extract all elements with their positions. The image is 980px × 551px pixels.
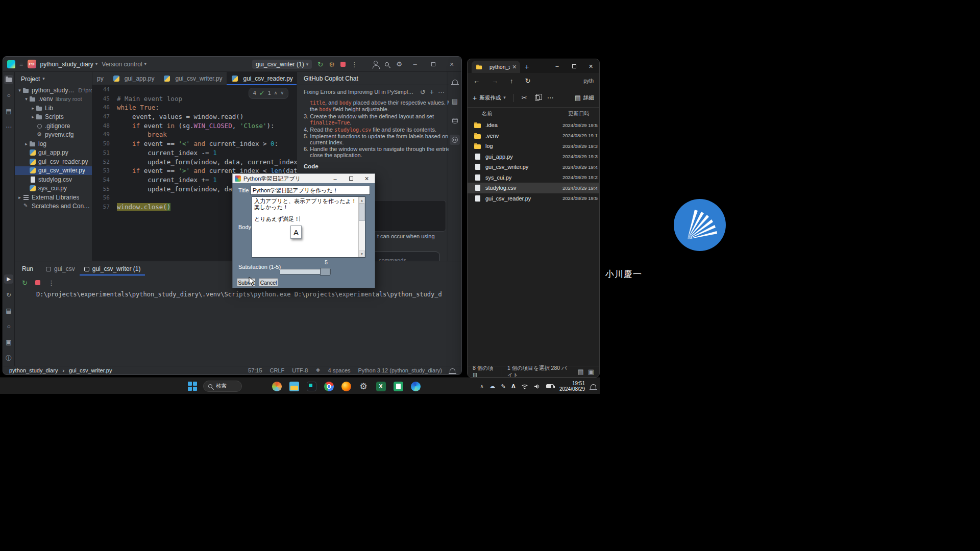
line-separator[interactable]: CRLF [270, 367, 285, 373]
volume-icon[interactable] [534, 384, 541, 389]
copy-icon[interactable] [535, 95, 540, 101]
run-settings-icon[interactable] [329, 61, 335, 68]
taskbar-app-firefox[interactable] [340, 380, 352, 392]
settings-gear-icon[interactable] [396, 61, 402, 67]
pen-icon[interactable] [501, 384, 505, 389]
pycharm-logo-icon[interactable] [7, 60, 15, 68]
chevron-right-icon[interactable]: ▸ [30, 114, 36, 119]
onedrive-cloud-icon[interactable] [489, 383, 495, 389]
file-encoding[interactable]: UTF-8 [292, 367, 308, 373]
taskbar-search[interactable]: 検索 [203, 381, 242, 392]
history-icon[interactable] [420, 89, 426, 95]
body-textarea[interactable]: 入力アプリと、表示アプリを作ったよ！楽しかった！とりあえず満足！ ▲ ▼ [252, 196, 365, 258]
chevron-right-icon[interactable]: ▸ [30, 106, 36, 111]
close-tab-icon[interactable] [512, 63, 517, 70]
forward-icon[interactable] [492, 78, 498, 84]
terminal-tool-icon[interactable] [4, 338, 13, 347]
prev-issue-icon[interactable] [274, 91, 278, 95]
tree-item-External Libraries[interactable]: ▸External Libraries [15, 193, 92, 202]
dialog-minimize-button[interactable] [327, 174, 343, 183]
indent-style[interactable]: 4 spaces [328, 367, 350, 373]
breadcrumb[interactable]: python_study_diary gui_csv_writer.py [9, 367, 112, 373]
tree-item-.gitignore[interactable]: .gitignore [15, 121, 92, 131]
list-view-icon[interactable] [577, 368, 583, 375]
title-input[interactable]: Python学習日記アプリを作った！ [251, 186, 370, 195]
python-console-icon[interactable] [4, 322, 13, 331]
main-menu-icon[interactable] [19, 61, 23, 67]
problems-tool-icon[interactable] [4, 354, 13, 363]
taskbar-app-pycharm[interactable] [305, 380, 317, 392]
taskbar-app-chrome[interactable] [323, 380, 335, 392]
commit-tool-icon[interactable] [4, 91, 13, 100]
editor-tab-gui_app.py[interactable]: gui_app.py [108, 72, 159, 85]
ime-mode-icon[interactable]: A [511, 383, 516, 389]
address-bar[interactable]: pyth [583, 78, 594, 84]
new-chat-icon[interactable] [430, 88, 434, 95]
notifications-bell-icon[interactable] [450, 77, 460, 87]
editor-tab-gui_csv_writer.py[interactable]: gui_csv_writer.py [159, 72, 227, 85]
chevron-down-icon[interactable]: ▾ [17, 88, 22, 93]
editor-tab-py[interactable]: py [92, 72, 108, 85]
file-row-log[interactable]: log2024/08/29 19:37 [468, 141, 599, 152]
file-row-gui_app.py[interactable]: gui_app.py2024/08/29 19:39 [468, 152, 599, 162]
more-tools-icon[interactable] [4, 122, 13, 132]
project-name-menu[interactable]: python_study_diary [40, 61, 98, 68]
run-tab-gui_csv[interactable]: gui_csv [41, 262, 80, 276]
next-issue-icon[interactable] [280, 91, 284, 95]
large-icons-view-icon[interactable] [588, 368, 594, 375]
taskbar-app-explorer[interactable] [288, 380, 300, 392]
shield-icon[interactable] [316, 368, 321, 373]
scroll-down-icon[interactable]: ▼ [359, 251, 365, 257]
tree-item-pyvenv.cfg[interactable]: pyvenv.cfg [15, 131, 92, 140]
slider-handle[interactable] [320, 268, 330, 276]
textarea-scrollbar[interactable]: ▲ ▼ [358, 197, 365, 257]
file-row-.venv[interactable]: .venv2024/08/29 19:11 [468, 131, 599, 141]
file-row-.idea[interactable]: .idea2024/08/29 19:51 [468, 120, 599, 131]
stop-button[interactable] [340, 62, 346, 67]
up-icon[interactable] [510, 78, 513, 84]
refresh-icon[interactable] [525, 78, 531, 84]
run-options-icon[interactable] [48, 280, 55, 286]
taskbar-app-settings[interactable] [357, 380, 370, 392]
taskbar-app-sheets[interactable] [392, 380, 404, 392]
vcs-menu[interactable]: Version control [102, 61, 146, 68]
file-row-sys_cui.py[interactable]: sys_cui.py2024/08/29 19:22 [468, 172, 599, 183]
explorer-minimize-button[interactable] [549, 59, 566, 73]
taskbar-app-edge[interactable] [409, 380, 422, 392]
account-icon[interactable] [374, 61, 378, 65]
hidden-icons-chevron[interactable] [480, 384, 484, 389]
caret-position[interactable]: 57:15 [248, 367, 262, 373]
column-date[interactable]: 更新日時 [568, 110, 590, 117]
taskbar-app-excel[interactable] [375, 380, 387, 392]
maximize-button[interactable] [428, 62, 439, 66]
tree-item-gui_csv_writer.py[interactable]: gui_csv_writer.py [15, 166, 92, 176]
start-button[interactable] [188, 382, 197, 391]
taskbar-app-pinwheel[interactable] [271, 380, 283, 392]
dialog-titlebar[interactable]: Python学習日記アプリ [232, 173, 375, 183]
taskbar-clock[interactable]: 19:51 2024/08/29 [559, 381, 585, 392]
cut-icon[interactable] [522, 94, 527, 101]
dependencies-icon[interactable] [450, 96, 460, 106]
minimize-button[interactable] [409, 61, 421, 67]
copilot-chat-icon[interactable] [450, 135, 460, 145]
run-console[interactable]: D:\projects\experimentals\python_study_d… [36, 291, 458, 364]
python-packages-icon[interactable] [4, 306, 13, 315]
chevron-right-icon[interactable]: ▸ [17, 195, 22, 200]
rerun-icon[interactable] [22, 280, 28, 286]
python-interpreter[interactable]: Python 3.12 (python_study_diary) [358, 367, 443, 373]
file-row-gui_csv_writer.py[interactable]: gui_csv_writer.py2024/08/29 19:42 [468, 162, 599, 172]
explorer-maximize-button[interactable] [566, 59, 582, 73]
status-bell-icon[interactable] [450, 368, 455, 373]
stop-icon[interactable] [35, 280, 40, 285]
tree-item-Scratches and Consoles[interactable]: Scratches and Consoles [15, 202, 92, 211]
file-row-gui_csv_reader.py[interactable]: gui_csv_reader.py2024/08/29 19:50 [468, 193, 599, 204]
run-tab-gui_csv_writer (1)[interactable]: gui_csv_writer (1) [80, 262, 145, 276]
editor-tab-gui_csv_reader.py[interactable]: gui_csv_reader.py× [227, 72, 297, 85]
cancel-button[interactable]: Cancel [259, 278, 278, 287]
dialog-close-button[interactable] [359, 174, 375, 183]
back-icon[interactable] [473, 78, 480, 84]
run-config-selector[interactable]: gui_csv_writer (1) [252, 60, 312, 69]
view-details-button[interactable]: 詳細 [575, 94, 594, 102]
scrollbar-trough[interactable] [359, 204, 365, 251]
wifi-icon[interactable] [521, 384, 528, 389]
